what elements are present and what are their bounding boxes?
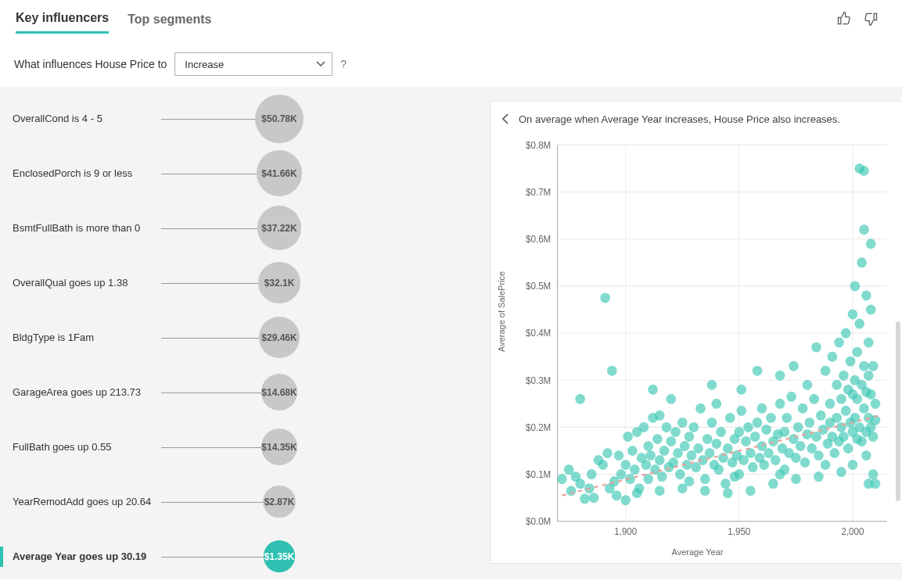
svg-point-126 bbox=[780, 427, 790, 437]
svg-point-202 bbox=[871, 399, 881, 409]
svg-point-121 bbox=[771, 455, 781, 465]
influencer-bubble: $1.35K bbox=[264, 540, 296, 572]
svg-point-170 bbox=[848, 460, 858, 470]
svg-point-87 bbox=[703, 434, 713, 444]
influencer-row[interactable]: YearRemodAdd goes up 20.64$2.87K bbox=[13, 475, 490, 529]
svg-point-200 bbox=[868, 361, 879, 371]
svg-point-44 bbox=[612, 490, 622, 500]
svg-point-138 bbox=[803, 380, 813, 390]
tab-top-segments[interactable]: Top segments bbox=[128, 13, 211, 33]
svg-point-151 bbox=[828, 352, 838, 362]
influencer-label: BldgType is 1Fam bbox=[13, 332, 161, 345]
svg-point-42 bbox=[607, 366, 617, 376]
scrollbar-thumb[interactable] bbox=[896, 321, 900, 501]
svg-point-193 bbox=[864, 338, 874, 348]
help-icon[interactable]: ? bbox=[340, 58, 347, 70]
influencer-bubble: $41.66K bbox=[257, 150, 302, 195]
svg-point-56 bbox=[639, 422, 649, 432]
influencer-label: OverallCond is 4 - 5 bbox=[13, 113, 161, 126]
svg-point-111 bbox=[750, 432, 760, 442]
influencer-label: GarageArea goes up 213.73 bbox=[13, 386, 161, 400]
influencer-label: YearRemodAdd goes up 20.64 bbox=[13, 496, 161, 509]
influencer-row[interactable]: BldgType is 1Fam$29.46K bbox=[13, 310, 490, 365]
thumbs-down-icon[interactable] bbox=[863, 11, 879, 29]
svg-point-154 bbox=[832, 413, 842, 423]
svg-point-33 bbox=[580, 493, 590, 504]
svg-point-124 bbox=[775, 399, 785, 409]
svg-point-176 bbox=[852, 347, 862, 357]
svg-point-47 bbox=[620, 460, 631, 470]
influencer-row[interactable]: GarageArea goes up 213.73$14.68K bbox=[13, 365, 490, 420]
svg-point-189 bbox=[861, 290, 871, 300]
x-axis-label: Average Year bbox=[500, 547, 895, 557]
svg-point-209 bbox=[723, 488, 733, 498]
svg-point-31 bbox=[575, 394, 585, 404]
back-arrow-icon[interactable] bbox=[500, 113, 512, 125]
tab-key-influencers[interactable]: Key influencers bbox=[16, 11, 109, 34]
influencer-bubble: $29.46K bbox=[259, 317, 300, 358]
svg-point-222 bbox=[775, 469, 785, 479]
svg-point-204 bbox=[871, 479, 881, 489]
svg-point-221 bbox=[730, 471, 740, 482]
svg-point-173 bbox=[850, 281, 861, 291]
svg-point-159 bbox=[839, 371, 849, 381]
svg-point-208 bbox=[700, 486, 710, 496]
direction-select[interactable]: Increase bbox=[174, 52, 332, 76]
svg-point-84 bbox=[695, 403, 706, 414]
svg-point-182 bbox=[857, 257, 867, 267]
svg-point-103 bbox=[735, 427, 745, 437]
svg-point-153 bbox=[832, 380, 842, 390]
svg-point-136 bbox=[800, 457, 810, 468]
svg-point-58 bbox=[643, 441, 653, 451]
svg-point-197 bbox=[866, 389, 876, 400]
influencer-row[interactable]: OverallQual goes up 1.38$32.1K bbox=[13, 256, 490, 310]
svg-point-148 bbox=[825, 399, 836, 409]
svg-point-219 bbox=[811, 342, 821, 353]
svg-point-81 bbox=[688, 422, 699, 432]
svg-point-67 bbox=[659, 446, 670, 456]
svg-point-64 bbox=[655, 455, 665, 465]
svg-point-146 bbox=[821, 366, 831, 376]
influencer-bubble: $50.78K bbox=[255, 95, 304, 143]
thumbs-up-icon[interactable] bbox=[836, 11, 852, 29]
svg-point-35 bbox=[587, 469, 597, 479]
svg-point-144 bbox=[816, 411, 826, 421]
svg-point-215 bbox=[648, 385, 658, 395]
svg-text:$0.6M: $0.6M bbox=[526, 234, 551, 244]
svg-point-57 bbox=[641, 460, 652, 470]
svg-text:$0.4M: $0.4M bbox=[526, 328, 551, 338]
svg-point-60 bbox=[645, 450, 656, 461]
svg-point-195 bbox=[866, 304, 876, 314]
svg-point-66 bbox=[657, 471, 667, 482]
svg-point-108 bbox=[743, 422, 753, 432]
svg-point-36 bbox=[589, 493, 599, 503]
svg-point-89 bbox=[707, 418, 717, 428]
svg-point-117 bbox=[761, 425, 771, 435]
influencer-row[interactable]: OverallCond is 4 - 5$50.78K bbox=[13, 91, 490, 146]
y-axis-label: Average of SalePrice bbox=[497, 271, 506, 352]
influencer-label: BsmtFullBath is more than 0 bbox=[13, 222, 161, 235]
panel-title: On average when Average Year increases, … bbox=[519, 113, 840, 125]
influencer-label: Average Year goes up 30.19 bbox=[13, 550, 161, 564]
svg-point-79 bbox=[685, 432, 695, 442]
svg-point-104 bbox=[736, 385, 746, 395]
influencer-row[interactable]: EnclosedPorch is 9 or less$41.66K bbox=[13, 146, 490, 201]
svg-point-76 bbox=[677, 418, 688, 428]
svg-point-184 bbox=[859, 224, 869, 235]
svg-point-52 bbox=[630, 464, 640, 475]
svg-point-190 bbox=[861, 450, 871, 461]
svg-point-39 bbox=[600, 292, 610, 303]
influencer-row[interactable]: Average Year goes up 30.19$1.35K bbox=[13, 529, 490, 584]
influencer-list: OverallCond is 4 - 5$50.78KEnclosedPorch… bbox=[0, 87, 490, 579]
svg-point-45 bbox=[614, 450, 624, 461]
svg-point-83 bbox=[693, 443, 703, 454]
svg-point-213 bbox=[814, 471, 824, 482]
influencer-row[interactable]: FullBath goes up 0.55$14.35K bbox=[13, 420, 490, 475]
svg-point-157 bbox=[836, 394, 846, 404]
svg-point-156 bbox=[834, 338, 844, 348]
svg-point-73 bbox=[670, 427, 681, 437]
svg-point-217 bbox=[753, 366, 763, 376]
svg-point-134 bbox=[796, 441, 806, 451]
influencer-row[interactable]: BsmtFullBath is more than 0$37.22K bbox=[13, 201, 490, 256]
svg-point-186 bbox=[859, 166, 869, 176]
